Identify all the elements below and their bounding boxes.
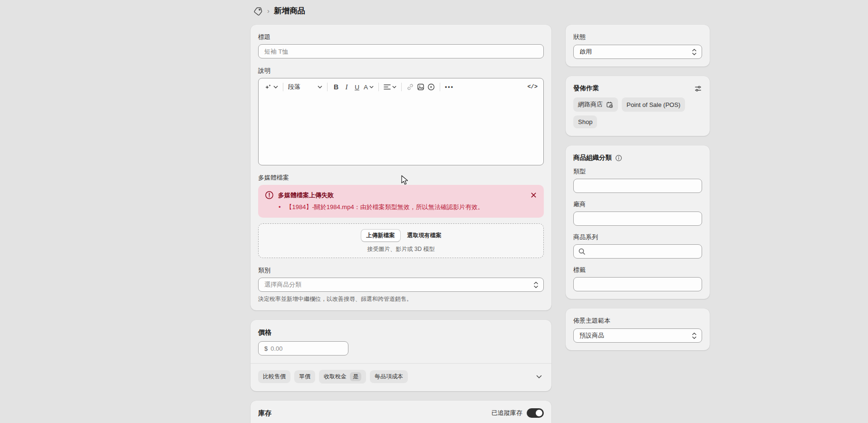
description-editor-body[interactable] xyxy=(259,96,543,165)
collections-label: 商品系列 xyxy=(573,232,702,242)
publishing-card: 發佈作業 網路商店 xyxy=(566,76,710,136)
link-icon xyxy=(406,83,414,91)
text-color-button[interactable]: A xyxy=(362,81,375,93)
italic-button[interactable]: I xyxy=(341,81,352,93)
channel-online-store-chip: 網路商店 xyxy=(573,97,618,112)
manage-channels-icon[interactable] xyxy=(694,85,702,93)
price-input[interactable] xyxy=(270,345,342,352)
category-select-value: 選擇商品分類 xyxy=(264,280,301,289)
chevron-down-icon xyxy=(392,86,396,88)
channel-shop-chip: Shop xyxy=(573,115,597,128)
channel-label: Point of Sale (POS) xyxy=(627,101,680,108)
select-existing-file-button[interactable]: 選取現有檔案 xyxy=(407,231,442,240)
bold-button[interactable]: B xyxy=(331,81,341,93)
pricing-title: 價格 xyxy=(258,327,544,337)
toolbar-divider xyxy=(327,83,328,91)
divider xyxy=(251,363,551,364)
video-play-icon xyxy=(427,83,435,91)
channel-label: Shop xyxy=(578,118,592,125)
alignment-button[interactable] xyxy=(382,81,398,93)
channel-pos-chip: Point of Sale (POS) xyxy=(622,97,685,112)
chevron-down-icon xyxy=(369,86,374,88)
status-label: 狀態 xyxy=(573,32,702,42)
media-section: 多媒體檔案 多媒體檔案上傳失敗 • 【1984】-關於1984.mp4：由於檔案… xyxy=(258,173,544,258)
breadcrumb: › 新增商品 xyxy=(253,6,305,16)
charge-tax-chip[interactable]: 收取稅金 是 xyxy=(319,370,366,384)
status-card: 狀態 啟用 xyxy=(566,25,710,67)
schedule-calendar-icon[interactable] xyxy=(606,101,613,108)
media-label: 多媒體檔案 xyxy=(258,173,544,183)
status-select-value: 啟用 xyxy=(579,48,592,56)
organization-title: 商品組織分類 xyxy=(573,153,612,163)
chip-label: 比較售價 xyxy=(263,373,286,381)
compare-at-price-chip[interactable]: 比較售價 xyxy=(258,370,290,383)
error-detail-item: • 【1984】-關於1984.mp4：由於檔案類型無效，所以無法確認影片有效。 xyxy=(279,203,537,211)
vendor-label: 廠商 xyxy=(573,200,702,209)
chip-label: 每品項成本 xyxy=(375,373,403,381)
pricing-options-row: 比較售價 單價 收取稅金 是 每品項成本 xyxy=(258,370,544,384)
status-select[interactable]: 啟用 xyxy=(573,45,702,59)
vendor-field: 廠商 xyxy=(573,200,702,226)
ai-assistant-button[interactable] xyxy=(263,81,280,93)
link-button[interactable] xyxy=(405,81,415,93)
inventory-card: 庫存 已追蹤庫存 xyxy=(251,401,551,423)
insert-video-button[interactable] xyxy=(426,81,436,93)
pricing-card: 價格 $ 比較售價 單價 收取稅金 是 每品項成本 xyxy=(251,320,551,391)
media-upload-error-banner: 多媒體檔案上傳失敗 • 【1984】-關於1984.mp4：由於檔案類型無效，所… xyxy=(258,185,544,218)
vendor-input[interactable] xyxy=(573,212,702,226)
title-input[interactable] xyxy=(258,44,544,58)
theme-template-select[interactable]: 預設商品 xyxy=(573,328,702,343)
media-dropzone[interactable]: 上傳新檔案 選取現有檔案 接受圖片、影片或 3D 模型 xyxy=(258,223,544,258)
error-title: 多媒體檔案上傳失敗 xyxy=(278,191,334,200)
chevron-down-icon xyxy=(318,86,322,88)
error-detail-text: 【1984】-關於1984.mp4：由於檔案類型無效，所以無法確認影片有效。 xyxy=(286,203,484,211)
price-field[interactable]: $ xyxy=(258,341,348,356)
category-select[interactable]: 選擇商品分類 xyxy=(258,278,544,292)
page-title: 新增商品 xyxy=(274,6,305,16)
category-section: 類別 選擇商品分類 決定稅率並新增中繼欄位，以改善搜尋、篩選和跨管道銷售。 xyxy=(258,266,544,303)
type-label: 類型 xyxy=(573,167,702,176)
error-icon xyxy=(265,191,274,200)
more-formatting-button[interactable]: ••• xyxy=(444,81,455,93)
inventory-title: 庫存 xyxy=(258,408,271,418)
track-inventory-toggle[interactable] xyxy=(527,408,544,418)
breadcrumb-separator: › xyxy=(267,7,270,15)
product-tag-icon[interactable] xyxy=(253,6,263,16)
type-field: 類型 xyxy=(573,167,702,193)
chip-label: 收取稅金 xyxy=(324,373,347,381)
editor-toolbar: 段落 B I U A xyxy=(259,78,543,96)
dropzone-hint: 接受圖片、影片或 3D 模型 xyxy=(263,245,539,253)
tags-field: 標籤 xyxy=(573,265,702,291)
collapse-pricing-options-button[interactable] xyxy=(534,373,544,380)
select-updown-icon xyxy=(692,48,697,56)
collections-input[interactable] xyxy=(573,244,702,259)
theme-template-label: 佈景主題範本 xyxy=(573,316,702,326)
title-label: 標題 xyxy=(258,32,544,42)
align-left-icon xyxy=(384,84,391,90)
cost-per-item-chip[interactable]: 每品項成本 xyxy=(370,370,408,383)
show-html-button[interactable]: </> xyxy=(526,81,539,93)
chip-label: 單價 xyxy=(299,373,310,381)
info-icon[interactable] xyxy=(615,154,622,162)
close-icon xyxy=(531,192,536,198)
underline-button[interactable]: U xyxy=(352,81,362,93)
select-updown-icon xyxy=(533,281,539,288)
close-banner-button[interactable] xyxy=(529,190,538,200)
text-color-label: A xyxy=(364,84,368,91)
main-column: 標題 說明 xyxy=(251,25,551,423)
bullet: • xyxy=(279,203,281,211)
tags-input[interactable] xyxy=(573,277,702,291)
unit-price-chip[interactable]: 單價 xyxy=(294,370,315,383)
insert-image-button[interactable] xyxy=(415,81,426,93)
toolbar-divider xyxy=(378,83,379,91)
theme-template-value: 預設商品 xyxy=(579,331,604,340)
currency-prefix: $ xyxy=(264,345,268,352)
sparkle-icon xyxy=(264,83,272,91)
sidebar: 狀態 啟用 發佈作業 網路商店 xyxy=(566,25,710,350)
paragraph-style-dropdown[interactable]: 段落 xyxy=(287,81,324,93)
select-updown-icon xyxy=(692,332,697,339)
toolbar-divider xyxy=(401,83,402,91)
upload-new-file-button[interactable]: 上傳新檔案 xyxy=(361,229,401,242)
toolbar-divider xyxy=(283,83,283,91)
type-input[interactable] xyxy=(573,179,702,193)
